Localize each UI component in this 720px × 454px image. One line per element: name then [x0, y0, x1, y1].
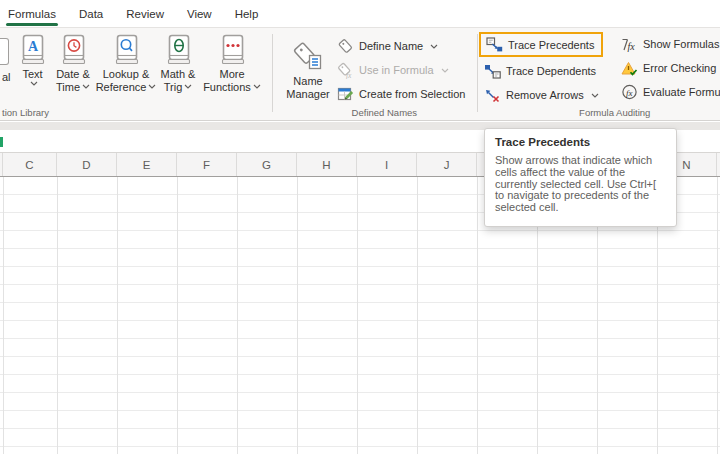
tooltip-title: Trace Precedents [495, 136, 667, 148]
name-manager-button[interactable]: Name Manager [280, 33, 336, 100]
financial-button-partial[interactable]: al [0, 33, 15, 93]
group-function-library: al A Text [0, 28, 272, 121]
chevron-down-icon [184, 84, 192, 89]
show-formulas-button[interactable]: fx Show Formulas [618, 33, 720, 55]
lookup-reference-functions-button[interactable]: Lookup & Reference [96, 33, 156, 93]
tooltip-body: Show arrows that indicate which cells af… [495, 155, 667, 214]
column-header-E[interactable]: E [117, 153, 177, 176]
define-name-button[interactable]: Define Name [334, 35, 468, 57]
remove-arrows-button[interactable]: Remove Arrows [481, 84, 603, 106]
column-header-G[interactable]: G [237, 153, 297, 176]
svg-text:fx: fx [628, 40, 636, 51]
group-label-formula-auditing: Formula Auditing [579, 107, 650, 118]
chevron-down-icon [82, 84, 90, 89]
tab-formulas[interactable]: Formulas [6, 0, 58, 27]
more-functions-book-icon [219, 33, 246, 65]
book-icon [0, 38, 9, 65]
chevron-down-icon [253, 84, 261, 89]
gridline [3, 177, 4, 454]
svg-text:A: A [28, 39, 39, 54]
chevron-down-icon [430, 44, 438, 49]
text-book-icon: A [19, 33, 46, 65]
ribbon: al A Text [0, 28, 720, 121]
svg-text:fx: fx [346, 70, 352, 79]
tab-data[interactable]: Data [77, 0, 105, 27]
excel-window: Formulas Data Review View Help al [0, 0, 720, 454]
group-label-function-library: tion Library [2, 107, 49, 118]
formula-bar-partial-element [0, 137, 3, 147]
trace-precedents-tooltip: Trace Precedents Show arrows that indica… [484, 128, 677, 227]
chevron-down-icon [30, 81, 38, 86]
column-header-I[interactable]: I [357, 153, 417, 176]
column-header-H[interactable]: H [297, 153, 357, 176]
evaluate-formula-button[interactable]: fx Evaluate Formula [618, 81, 720, 103]
lookup-reference-book-icon [113, 33, 140, 65]
chevron-down-icon [591, 93, 599, 98]
create-from-selection-button[interactable]: Create from Selection [334, 83, 468, 105]
tab-help[interactable]: Help [233, 0, 261, 27]
math-trig-functions-button[interactable]: Math & Trig [156, 33, 200, 93]
remove-arrows-icon [484, 88, 501, 103]
group-separator [477, 34, 478, 112]
trace-dependents-icon [484, 64, 501, 79]
trace-precedents-button[interactable]: Trace Precedents [483, 34, 597, 55]
group-formula-auditing: Trace Precedents Trace Dependents [481, 28, 720, 121]
show-formulas-icon: fx [621, 37, 638, 52]
date-time-functions-button[interactable]: Date & Time [50, 33, 96, 93]
ribbon-tab-bar: Formulas Data Review View Help [0, 0, 720, 28]
define-name-tag-icon [337, 38, 354, 55]
column-header-C[interactable]: C [3, 153, 57, 176]
column-header-D[interactable]: D [57, 153, 117, 176]
tab-review[interactable]: Review [124, 0, 166, 27]
trace-dependents-button[interactable]: Trace Dependents [481, 60, 603, 82]
name-manager-tag-icon [292, 33, 324, 73]
group-separator [272, 34, 273, 112]
use-in-formula-button[interactable]: fx Use in Formula [334, 59, 468, 81]
more-functions-button[interactable]: More Functions [200, 33, 264, 93]
text-functions-button[interactable]: A Text [15, 33, 50, 93]
use-in-formula-tag-icon: fx [337, 62, 354, 79]
group-defined-names: Name Manager Define Name [276, 28, 477, 121]
chevron-down-icon [441, 68, 449, 73]
date-time-book-icon [60, 33, 87, 65]
create-from-selection-icon [337, 86, 354, 102]
error-checking-button[interactable]: Error Checking [618, 57, 720, 79]
trace-precedents-highlight: Trace Precedents [479, 32, 603, 57]
evaluate-formula-icon: fx [621, 84, 638, 100]
trace-precedents-icon [486, 37, 503, 52]
error-checking-icon [621, 61, 638, 76]
math-trig-book-icon [165, 33, 192, 65]
column-header-F[interactable]: F [177, 153, 237, 176]
column-header-J[interactable]: J [417, 153, 477, 176]
tab-view[interactable]: View [185, 0, 214, 27]
svg-text:fx: fx [626, 88, 633, 98]
group-label-defined-names: Defined Names [352, 107, 417, 118]
